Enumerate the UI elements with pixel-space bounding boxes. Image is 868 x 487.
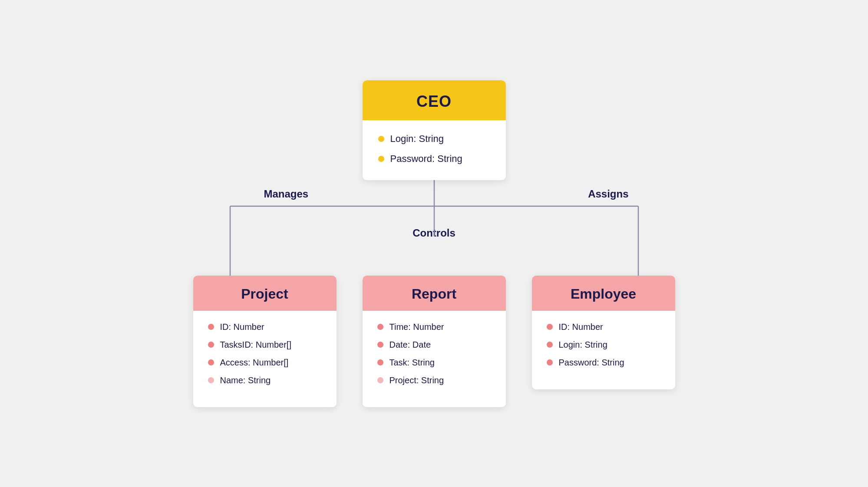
project-header: Project <box>193 276 337 311</box>
dot-icon <box>208 377 214 383</box>
dot-icon <box>547 324 553 330</box>
project-field-name: Name: String <box>208 375 322 385</box>
dot-icon <box>377 324 383 330</box>
bottom-row: Project ID: Number TasksID: Number[] Acc… <box>130 276 738 407</box>
report-card: Report Time: Number Date: Date Task: Str… <box>363 276 506 407</box>
dot-icon <box>547 342 553 348</box>
ceo-header: CEO <box>363 80 506 120</box>
dot-icon <box>208 342 214 348</box>
report-header: Report <box>363 276 506 311</box>
dot-icon <box>377 342 383 348</box>
dot-icon <box>208 324 214 330</box>
report-field-task: Task: String <box>377 358 491 368</box>
project-title: Project <box>241 286 288 302</box>
project-card: Project ID: Number TasksID: Number[] Acc… <box>193 276 337 407</box>
dot-icon <box>378 156 384 162</box>
dot-icon <box>378 136 384 142</box>
dot-icon <box>208 359 214 365</box>
project-body: ID: Number TasksID: Number[] Access: Num… <box>193 311 337 407</box>
ceo-card: CEO Login: String Password: String <box>363 80 506 180</box>
connector-lines <box>130 180 738 276</box>
ceo-title: CEO <box>416 92 452 110</box>
report-field-date: Date: Date <box>377 340 491 350</box>
ceo-field-password: Password: String <box>378 153 490 165</box>
project-field-access: Access: Number[] <box>208 358 322 368</box>
dot-icon <box>547 359 553 365</box>
ceo-body: Login: String Password: String <box>363 120 506 180</box>
report-field-project: Project: String <box>377 375 491 385</box>
dot-icon <box>377 377 383 383</box>
employee-field-password: Password: String <box>547 358 660 368</box>
report-title: Report <box>412 286 456 302</box>
employee-header: Employee <box>532 276 675 311</box>
connections-area: Manages Assigns Controls <box>130 180 738 276</box>
employee-field-login: Login: String <box>547 340 660 350</box>
report-body: Time: Number Date: Date Task: String Pro… <box>363 311 506 407</box>
dot-icon <box>377 359 383 365</box>
report-field-time: Time: Number <box>377 322 491 332</box>
project-field-id: ID: Number <box>208 322 322 332</box>
project-field-tasksid: TasksID: Number[] <box>208 340 322 350</box>
employee-body: ID: Number Login: String Password: Strin… <box>532 311 675 389</box>
ceo-field-login: Login: String <box>378 133 490 145</box>
diagram: CEO Login: String Password: String Manag… <box>130 80 738 407</box>
employee-title: Employee <box>571 286 636 302</box>
employee-card: Employee ID: Number Login: String Passwo… <box>532 276 675 389</box>
employee-field-id: ID: Number <box>547 322 660 332</box>
